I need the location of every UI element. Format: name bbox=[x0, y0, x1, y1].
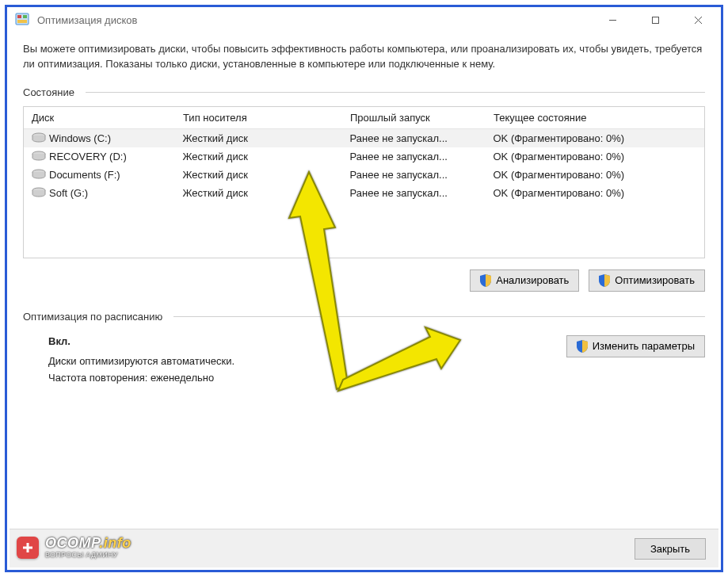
shield-icon bbox=[599, 274, 610, 287]
hard-disk-icon bbox=[32, 132, 46, 143]
drive-media: Жесткий диск bbox=[175, 147, 342, 166]
drive-status: OK (Фрагментировано: 0%) bbox=[486, 128, 704, 147]
schedule-section-label: Оптимизация по расписанию bbox=[23, 311, 162, 323]
table-row[interactable]: Documents (F:)Жесткий дискРанее не запус… bbox=[24, 166, 704, 184]
drive-media: Жесткий диск bbox=[175, 184, 342, 202]
intro-text: Вы можете оптимизировать диски, чтобы по… bbox=[23, 42, 705, 72]
watermark-brand: OCOMP bbox=[45, 535, 99, 551]
table-row[interactable]: Windows (C:)Жесткий дискРанее не запуска… bbox=[24, 128, 704, 147]
drive-last-run: Ранее не запускал... bbox=[342, 184, 486, 202]
change-params-button-label: Изменить параметры bbox=[593, 340, 695, 352]
svg-rect-2 bbox=[23, 15, 27, 18]
optimize-button[interactable]: Оптимизировать bbox=[589, 269, 705, 292]
close-button[interactable] bbox=[680, 8, 716, 32]
titlebar: Оптимизация дисков bbox=[7, 7, 721, 32]
drive-status: OK (Фрагментировано: 0%) bbox=[486, 184, 704, 202]
col-media[interactable]: Тип носителя bbox=[175, 107, 342, 129]
drive-last-run: Ранее не запускал... bbox=[342, 128, 486, 147]
divider bbox=[173, 316, 705, 317]
drive-media: Жесткий диск bbox=[175, 128, 342, 147]
drive-last-run: Ранее не запускал... bbox=[342, 166, 486, 184]
minimize-button[interactable] bbox=[594, 8, 631, 32]
drives-table[interactable]: Диск Тип носителя Прошлый запуск Текущее… bbox=[24, 107, 704, 202]
svg-rect-5 bbox=[652, 17, 658, 23]
app-icon bbox=[15, 13, 29, 27]
maximize-button[interactable] bbox=[637, 8, 673, 32]
svg-rect-1 bbox=[17, 15, 21, 18]
drive-name: RECOVERY (D:) bbox=[49, 151, 127, 162]
table-row[interactable]: RECOVERY (D:)Жесткий дискРанее не запуск… bbox=[24, 147, 704, 166]
close-dialog-button-label: Закрыть bbox=[650, 543, 690, 555]
schedule-auto-text: Диски оптимизируются автоматически. bbox=[48, 355, 551, 367]
drive-status: OK (Фрагментировано: 0%) bbox=[486, 166, 704, 184]
schedule-on-label: Вкл. bbox=[48, 335, 551, 347]
col-disk[interactable]: Диск bbox=[24, 107, 175, 129]
watermark-badge-icon bbox=[17, 537, 39, 559]
divider bbox=[86, 92, 705, 93]
change-params-button[interactable]: Изменить параметры bbox=[566, 335, 705, 357]
state-section-label: Состояние bbox=[23, 86, 74, 98]
hard-disk-icon bbox=[32, 187, 46, 198]
analyze-button[interactable]: Анализировать bbox=[470, 269, 579, 292]
drive-name: Documents (F:) bbox=[49, 169, 120, 181]
hard-disk-icon bbox=[32, 151, 46, 162]
shield-icon bbox=[480, 274, 491, 287]
schedule-frequency-text: Частота повторения: еженедельно bbox=[48, 372, 551, 384]
drive-last-run: Ранее не запускал... bbox=[342, 147, 486, 166]
col-status[interactable]: Текущее состояние bbox=[486, 107, 704, 129]
drive-media: Жесткий диск bbox=[175, 166, 342, 184]
watermark-tagline: ВОПРОСЫ АДМИНУ bbox=[45, 552, 131, 559]
col-lastrun[interactable]: Прошлый запуск bbox=[342, 107, 486, 129]
drives-table-container: Диск Тип носителя Прошлый запуск Текущее… bbox=[23, 106, 705, 258]
drive-name: Soft (G:) bbox=[49, 187, 88, 199]
drive-name: Windows (C:) bbox=[49, 132, 111, 144]
watermark: OCOMP.info ВОПРОСЫ АДМИНУ bbox=[17, 536, 131, 559]
table-row[interactable]: Soft (G:)Жесткий дискРанее не запускал..… bbox=[24, 184, 704, 202]
shield-icon bbox=[577, 340, 588, 353]
svg-rect-3 bbox=[17, 20, 27, 23]
optimize-button-label: Оптимизировать bbox=[615, 274, 695, 286]
analyze-button-label: Анализировать bbox=[496, 274, 569, 286]
hard-disk-icon bbox=[32, 169, 46, 180]
watermark-suffix: .info bbox=[99, 535, 131, 551]
close-dialog-button[interactable]: Закрыть bbox=[635, 538, 706, 560]
drive-status: OK (Фрагментировано: 0%) bbox=[486, 147, 704, 166]
window-title: Оптимизация дисков bbox=[37, 14, 137, 26]
